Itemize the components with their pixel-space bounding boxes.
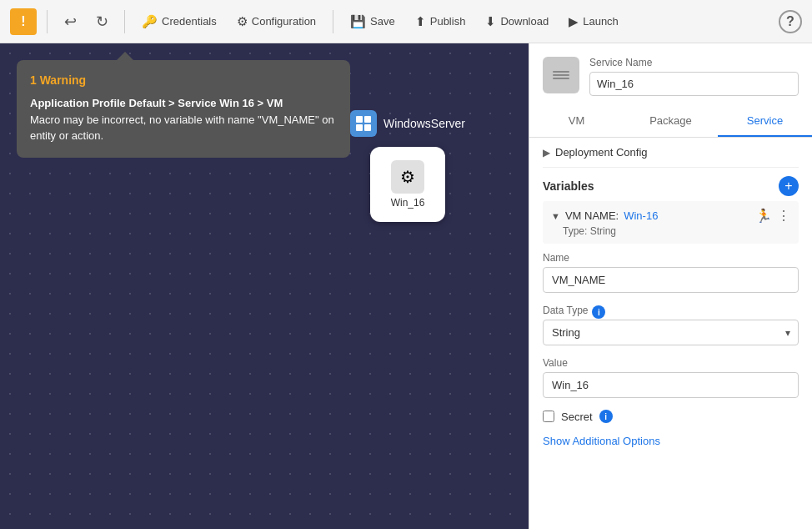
ws-header: WindowsServer: [350, 110, 465, 137]
secret-row: Secret i: [543, 410, 799, 423]
service-icon-box: [543, 57, 579, 93]
tab-vm[interactable]: VM: [529, 106, 624, 137]
svg-rect-2: [356, 124, 363, 131]
name-field-section: Name: [543, 252, 799, 293]
publish-label: Publish: [430, 15, 466, 28]
show-additional-options-button[interactable]: Show Additional Options: [543, 435, 660, 447]
svg-rect-1: [364, 116, 371, 123]
warning-button[interactable]: !: [10, 8, 37, 35]
win16-card[interactable]: ⚙ Win_16: [370, 147, 445, 222]
service-name-label: Service Name: [589, 57, 799, 68]
toolbar: ! ↩ ↻ 🔑 Credentials ⚙ Configuration 💾 Sa…: [0, 0, 812, 43]
configuration-label: Configuration: [252, 15, 316, 28]
save-label: Save: [370, 15, 395, 28]
vm-gear-icon: ⚙: [400, 167, 415, 187]
variable-item-title: ▼ VM NAME: Win-16: [551, 209, 658, 222]
credentials-label: Credentials: [162, 15, 217, 28]
launch-button[interactable]: ▶ Launch: [562, 11, 625, 33]
variables-label: Variables: [543, 179, 594, 193]
win16-card-icon: ⚙: [391, 160, 424, 194]
redo-button[interactable]: ↻: [89, 9, 114, 34]
credentials-button[interactable]: 🔑 Credentials: [135, 11, 223, 33]
tabs-row: VM Package Service: [529, 106, 812, 138]
warning-normal-text: Macro may be incorrect, no variable with…: [30, 113, 334, 143]
variables-row: Variables +: [543, 168, 799, 201]
gear-icon: ⚙: [237, 14, 248, 29]
secret-label: Secret: [561, 411, 593, 423]
launch-label: Launch: [583, 15, 619, 28]
value-field-label: Value: [543, 357, 799, 369]
windows-server-node[interactable]: WindowsServer ⚙ Win_16: [350, 110, 465, 222]
tab-service[interactable]: Service: [718, 106, 812, 137]
warning-text: Application Profile Default > Service Wi…: [30, 95, 337, 144]
windows-server-label: WindowsServer: [383, 117, 465, 130]
data-type-select[interactable]: String Integer Boolean Date: [543, 320, 799, 345]
data-type-info-icon[interactable]: i: [592, 305, 605, 319]
data-type-label-row: Data Type i: [543, 305, 799, 320]
tab-package[interactable]: Package: [624, 106, 718, 137]
right-panel: Service Name VM Package Service ▶ Deploy…: [529, 43, 812, 529]
main-layout: 1 Warning Application Profile Default > …: [0, 43, 812, 529]
var-value: Win-16: [624, 209, 658, 222]
undo-icon: ↩: [64, 13, 77, 31]
warning-icon: !: [21, 14, 25, 29]
warning-bold-text: Application Profile Default > Service Wi…: [30, 97, 283, 109]
save-button[interactable]: 💾 Save: [343, 11, 402, 33]
more-options-icon[interactable]: ⋮: [777, 208, 790, 224]
var-chevron-icon[interactable]: ▼: [551, 211, 560, 221]
svg-rect-0: [356, 116, 363, 123]
help-button[interactable]: ?: [779, 10, 802, 33]
service-header: Service Name: [529, 43, 812, 96]
warning-title: 1 Warning: [30, 73, 337, 87]
undo-button[interactable]: ↩: [58, 9, 83, 34]
svg-rect-3: [364, 124, 371, 131]
publish-button[interactable]: ⬆ Publish: [409, 11, 473, 33]
download-icon: ⬇: [485, 14, 496, 29]
variable-item-actions: 🏃 ⋮: [755, 208, 790, 224]
variable-item: ▼ VM NAME: Win-16 🏃 ⋮ Type: String: [543, 201, 799, 244]
deployment-config-label: Deployment Config: [555, 146, 648, 159]
deployment-chevron-icon: ▶: [543, 147, 550, 159]
data-type-label: Data Type: [543, 305, 588, 316]
download-button[interactable]: ⬇ Download: [479, 11, 555, 33]
service-name-input[interactable]: [589, 72, 799, 96]
value-field-section: Value: [543, 357, 799, 398]
add-variable-button[interactable]: +: [779, 176, 799, 196]
data-type-field-section: Data Type i String Integer Boolean Date …: [543, 305, 799, 345]
run-icon[interactable]: 🏃: [755, 208, 772, 224]
value-field-input[interactable]: [543, 372, 799, 398]
separator-3: [333, 10, 333, 33]
warning-tooltip: 1 Warning Application Profile Default > …: [17, 60, 350, 158]
service-lines-icon: [553, 71, 569, 83]
canvas-area[interactable]: 1 Warning Application Profile Default > …: [0, 43, 529, 529]
name-field-input[interactable]: [543, 267, 799, 293]
download-label: Download: [500, 15, 549, 28]
var-type: Type: String: [551, 225, 790, 237]
win16-label: Win_16: [391, 197, 425, 209]
key-icon: 🔑: [142, 14, 158, 29]
upload-icon: ⬆: [415, 14, 426, 29]
secret-info-icon[interactable]: i: [599, 410, 613, 423]
variable-item-header: ▼ VM NAME: Win-16 🏃 ⋮: [551, 208, 790, 224]
var-name: VM NAME:: [565, 209, 619, 222]
panel-content: ▶ Deployment Config Variables + ▼ VM NAM…: [529, 138, 812, 461]
secret-checkbox[interactable]: [543, 411, 554, 422]
windows-server-icon: [350, 110, 377, 137]
redo-icon: ↻: [96, 13, 108, 31]
separator-2: [124, 10, 125, 33]
help-icon: ?: [786, 14, 794, 29]
data-type-select-wrapper: String Integer Boolean Date ▾: [543, 320, 799, 345]
service-name-section: Service Name: [589, 57, 799, 96]
save-icon: 💾: [350, 14, 366, 29]
configuration-button[interactable]: ⚙ Configuration: [230, 11, 323, 33]
separator-1: [47, 10, 48, 33]
deployment-config-row[interactable]: ▶ Deployment Config: [543, 138, 799, 168]
play-icon: ▶: [569, 14, 579, 29]
name-field-label: Name: [543, 252, 799, 264]
